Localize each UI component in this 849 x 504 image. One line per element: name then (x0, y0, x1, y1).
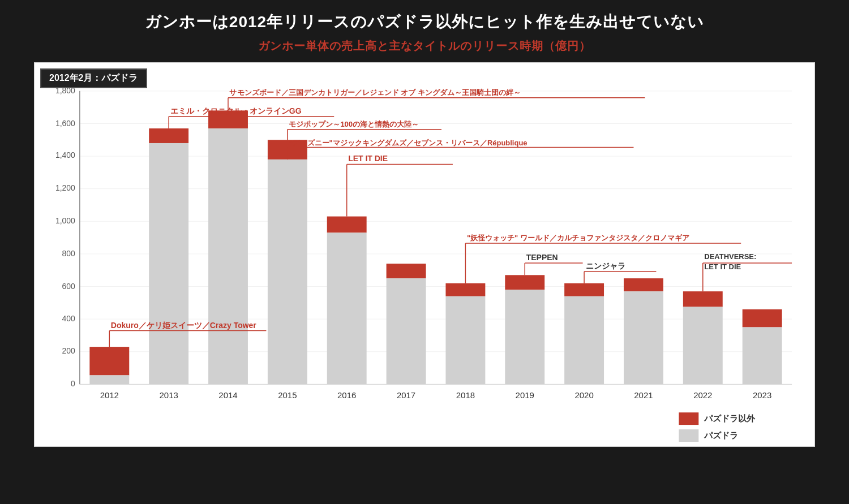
svg-text:0: 0 (71, 379, 75, 388)
svg-text:LET IT DIE: LET IT DIE (348, 154, 388, 163)
svg-rect-45 (743, 328, 782, 385)
svg-rect-32 (387, 264, 426, 278)
svg-rect-40 (624, 278, 663, 291)
svg-rect-38 (564, 283, 604, 296)
svg-text:600: 600 (62, 282, 76, 291)
svg-text:サモンズボード／三国デンカトリガー／レジェンド オブ キング: サモンズボード／三国デンカトリガー／レジェンド オブ キングダム～王国騎士団の絆… (230, 88, 521, 97)
svg-rect-89 (679, 412, 698, 425)
svg-text:TEPPEN: TEPPEN (526, 253, 558, 262)
chart-area: 2012年2月：パズドラ 0 200 400 (34, 62, 815, 447)
svg-text:2013: 2013 (160, 390, 178, 400)
main-title: ガンホーは2012年リリースのパズドラ以外にヒット作を生み出せていない (145, 11, 704, 33)
svg-rect-43 (683, 307, 723, 384)
svg-text:2021: 2021 (634, 390, 653, 400)
svg-rect-25 (149, 143, 188, 384)
svg-rect-41 (624, 291, 663, 384)
svg-text:800: 800 (62, 249, 76, 258)
svg-rect-91 (679, 429, 698, 442)
svg-text:2012: 2012 (100, 390, 119, 400)
svg-text:400: 400 (62, 314, 76, 323)
svg-rect-23 (89, 375, 129, 384)
svg-text:"ディズニー"マジックキングダムズ／セブンス・リバース／Ré: "ディズニー"マジックキングダムズ／セブンス・リバース／République (289, 139, 527, 147)
sub-title: ガンホー単体の売上高と主なタイトルのリリース時期（億円） (258, 38, 591, 54)
svg-text:エミル・クロニクル・オンラインGG: エミル・クロニクル・オンラインGG (170, 106, 302, 115)
svg-rect-30 (327, 217, 367, 233)
svg-text:パズドラ以外: パズドラ以外 (704, 413, 756, 423)
svg-text:Dokuro／ケリ姫スイーツ／Crazy Tower: Dokuro／ケリ姫スイーツ／Crazy Tower (111, 321, 257, 330)
svg-rect-31 (327, 232, 367, 384)
svg-rect-34 (445, 283, 485, 296)
svg-text:1,200: 1,200 (55, 183, 75, 192)
svg-text:DEATHVERSE:: DEATHVERSE: (704, 252, 756, 261)
svg-text:2022: 2022 (693, 390, 712, 400)
svg-text:2019: 2019 (516, 390, 534, 400)
svg-rect-37 (505, 290, 544, 384)
svg-text:1,400: 1,400 (55, 151, 75, 160)
svg-text:2023: 2023 (753, 390, 771, 400)
svg-text:2015: 2015 (278, 390, 297, 400)
svg-text:1,000: 1,000 (55, 216, 75, 225)
svg-text:モジポップン～100の海と情熱の大陸～: モジポップン～100の海と情熱の大陸～ (289, 120, 419, 128)
svg-text:2018: 2018 (456, 390, 475, 400)
svg-text:ニンジャラ: ニンジャラ (586, 261, 625, 270)
chart-svg: 0 200 400 600 800 1,000 1,200 1,400 1,60… (35, 63, 814, 446)
svg-text:200: 200 (62, 346, 76, 355)
svg-rect-36 (505, 275, 544, 290)
annotation-box: 2012年2月：パズドラ (40, 68, 147, 88)
svg-text:2014: 2014 (218, 390, 237, 400)
svg-rect-29 (268, 160, 307, 385)
svg-text:1,600: 1,600 (55, 119, 75, 128)
svg-text:LET IT DIE: LET IT DIE (704, 262, 741, 271)
svg-rect-35 (445, 296, 485, 385)
svg-rect-24 (149, 128, 188, 143)
page-container: ガンホーは2012年リリースのパズドラ以外にヒット作を生み出せていない ガンホー… (0, 0, 849, 504)
svg-text:2016: 2016 (337, 390, 356, 400)
svg-rect-22 (89, 347, 129, 375)
svg-text:2020: 2020 (574, 390, 593, 400)
svg-rect-27 (208, 128, 248, 384)
svg-text:"妖怪ウォッチ" ワールド／カルチョファンタジスタ／クロノマ: "妖怪ウォッチ" ワールド／カルチョファンタジスタ／クロノマギア (467, 234, 689, 242)
svg-text:2017: 2017 (397, 390, 415, 400)
svg-rect-42 (683, 291, 723, 307)
svg-rect-44 (743, 309, 782, 328)
svg-rect-39 (564, 296, 604, 385)
svg-text:パズドラ: パズドラ (704, 430, 738, 440)
svg-rect-33 (387, 278, 426, 384)
